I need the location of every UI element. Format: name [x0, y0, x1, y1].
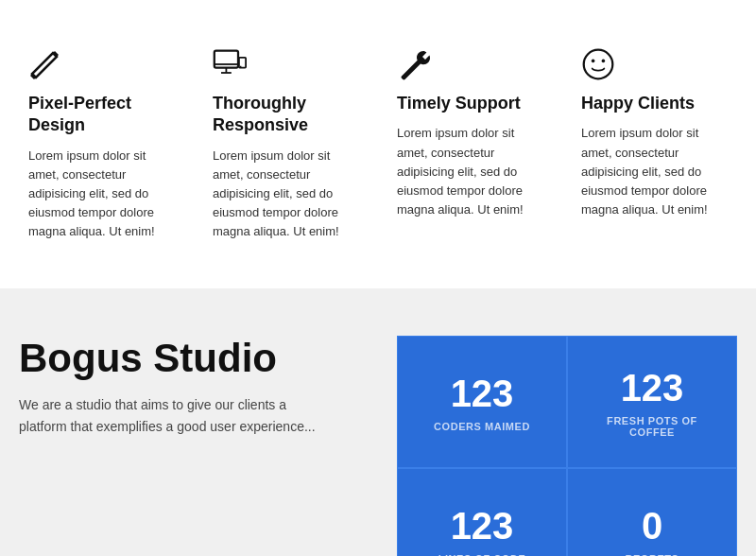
svg-point-3: [592, 60, 595, 63]
feature-clients: Happy Clients Lorem ipsum dolor sit amet…: [572, 38, 737, 251]
feature-clients-title: Happy Clients: [581, 93, 728, 114]
stat-lines: 123 LINES OF CODE: [397, 468, 567, 556]
studio-section: Bogus Studio We are a studio that aims t…: [0, 288, 756, 556]
feature-responsive: Thoroughly Responsive Lorem ipsum dolor …: [203, 38, 369, 251]
stats-grid: 123 CODERS MAIMED 123 FRESH POTS OF COFF…: [397, 336, 737, 556]
monitor-icon: [213, 47, 247, 81]
features-section: Pixel-Perfect Design Lorem ipsum dolor s…: [0, 0, 756, 288]
studio-title: Bogus Studio: [19, 336, 369, 381]
studio-description: We are a studio that aims to give our cl…: [19, 394, 321, 437]
stat-coders-number: 123: [451, 373, 514, 415]
stat-coffee-label: FRESH POTS OF COFFEE: [587, 415, 717, 438]
stat-coffee: 123 FRESH POTS OF COFFEE: [567, 336, 737, 468]
svg-point-2: [584, 50, 613, 79]
svg-point-4: [602, 60, 606, 63]
feature-clients-text: Lorem ipsum dolor sit amet, consectetur …: [581, 124, 728, 219]
feature-support-title: Timely Support: [397, 93, 543, 114]
stat-coffee-number: 123: [621, 367, 684, 409]
feature-pixel-perfect: Pixel-Perfect Design Lorem ipsum dolor s…: [19, 38, 184, 251]
studio-info: Bogus Studio We are a studio that aims t…: [19, 336, 397, 475]
svg-rect-0: [215, 51, 238, 68]
feature-support-text: Lorem ipsum dolor sit amet, consectetur …: [397, 124, 543, 219]
svg-rect-1: [239, 58, 246, 68]
feature-responsive-text: Lorem ipsum dolor sit amet, consectetur …: [213, 147, 359, 242]
feature-support: Timely Support Lorem ipsum dolor sit ame…: [387, 38, 553, 251]
feature-pixel-perfect-text: Lorem ipsum dolor sit amet, consectetur …: [28, 147, 175, 242]
feature-pixel-perfect-title: Pixel-Perfect Design: [28, 93, 175, 137]
stat-coders: 123 CODERS MAIMED: [397, 336, 567, 468]
stat-regrets: 0 REGRETS: [567, 468, 737, 556]
stat-regrets-number: 0: [642, 505, 662, 547]
feature-responsive-title: Thoroughly Responsive: [213, 93, 359, 137]
features-grid: Pixel-Perfect Design Lorem ipsum dolor s…: [19, 38, 737, 251]
wrench-icon: [397, 47, 431, 81]
smiley-icon: [581, 47, 615, 81]
stat-coders-label: CODERS MAIMED: [434, 421, 530, 432]
pencil-icon: [28, 47, 62, 81]
stat-lines-number: 123: [451, 505, 514, 547]
